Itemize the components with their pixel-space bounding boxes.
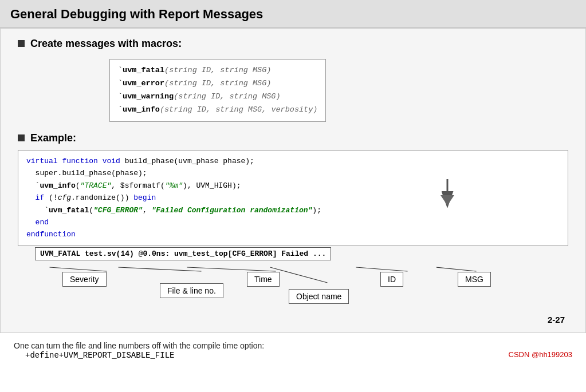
page-number: 2-27 xyxy=(548,315,565,324)
macro-line-1: `uvm_fatal(string ID, string MSG) xyxy=(118,64,317,77)
id-label: ID xyxy=(380,272,403,287)
msg-label: MSG xyxy=(458,272,491,287)
bullet2-icon xyxy=(18,134,25,141)
code-line-2: super.build_phase(phase); xyxy=(26,167,560,179)
code-line-1: virtual function void build_phase(uvm_ph… xyxy=(26,155,560,167)
bullet1-label: Create messages with macros: xyxy=(30,38,182,50)
csdn-watermark: CSDN @hh199203 xyxy=(509,350,572,359)
bullet-macros: Create messages with macros: xyxy=(18,38,568,50)
macro-params-4: (string ID, string MSG, verbosity) xyxy=(160,105,317,114)
svg-line-3 xyxy=(50,267,107,271)
macro-name-4: uvm_info xyxy=(123,105,160,114)
time-label: Time xyxy=(247,272,280,287)
code-line-4: if (!cfg.randomize()) begin xyxy=(26,192,560,204)
macro-line-2: `uvm_error(string ID, string MSG) xyxy=(118,77,317,90)
macro-name-3: uvm_warning xyxy=(123,92,174,101)
slide-content: Create messages with macros: `uvm_fatal(… xyxy=(0,28,586,333)
macros-box: `uvm_fatal(string ID, string MSG) `uvm_e… xyxy=(109,59,326,122)
bullet-icon xyxy=(18,40,25,47)
compile-option: +define+UVM_REPORT_DISABLE_FILE xyxy=(25,351,174,360)
output-line-box: UVM_FATAL test.sv(14) @0.0ns: uvm_test_t… xyxy=(35,247,331,260)
annotation-area: Severity File & line no. Time Object nam… xyxy=(18,263,568,326)
macro-name-1: uvm_fatal xyxy=(123,66,164,74)
svg-marker-2 xyxy=(441,195,454,205)
macro-params-3: (string ID, string MSG) xyxy=(174,92,280,101)
bullet2-label: Example: xyxy=(30,132,76,144)
macro-name-2: uvm_error xyxy=(123,79,164,88)
bottom-description: One can turn the file and line numbers o… xyxy=(14,341,264,350)
tick2: ` xyxy=(118,79,123,88)
code-line-5: `uvm_fatal("CFG_ERROR", "Failed Configur… xyxy=(26,204,560,216)
object-name-label: Object name xyxy=(289,289,349,304)
svg-line-7 xyxy=(356,267,408,271)
code-line-7: endfunction xyxy=(26,228,560,240)
svg-line-5 xyxy=(187,267,276,271)
severity-label: Severity xyxy=(62,272,107,287)
bullet-example: Example: xyxy=(18,132,568,144)
svg-line-4 xyxy=(119,267,202,271)
svg-line-8 xyxy=(436,267,477,271)
output-row: UVM_FATAL test.sv(14) @0.0ns: uvm_test_t… xyxy=(18,247,568,260)
tick3: ` xyxy=(118,92,123,101)
output-area: UVM_FATAL test.sv(14) @0.0ns: uvm_test_t… xyxy=(18,247,568,326)
tick4: ` xyxy=(118,105,123,114)
title-bar: General Debugging with Report Messages xyxy=(0,0,586,28)
down-arrow-svg xyxy=(436,179,459,208)
bottom-text-area: One can turn the file and line numbers o… xyxy=(0,333,586,365)
macro-line-4: `uvm_info(string ID, string MSG, verbosi… xyxy=(118,104,317,117)
code-line-3: `uvm_info("TRACE", $sformatf("%m"), UVM_… xyxy=(26,180,560,192)
macro-line-3: `uvm_warning(string ID, string MSG) xyxy=(118,90,317,104)
file-line-label: File & line no. xyxy=(160,283,223,298)
tick1: ` xyxy=(118,66,123,74)
slide-container: General Debugging with Report Messages C… xyxy=(0,0,586,365)
code-line-6: end xyxy=(26,216,560,228)
macro-params-2: (string ID, string MSG) xyxy=(164,79,271,88)
code-section: virtual function void build_phase(uvm_ph… xyxy=(18,150,568,326)
code-box: virtual function void build_phase(uvm_ph… xyxy=(18,150,568,246)
arrow-container xyxy=(436,179,459,212)
macro-params-1: (string ID, string MSG) xyxy=(164,66,271,74)
slide-title: General Debugging with Report Messages xyxy=(10,7,576,22)
